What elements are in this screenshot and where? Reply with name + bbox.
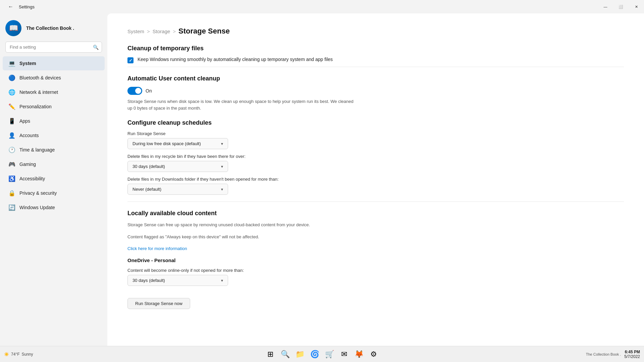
breadcrumb-system[interactable]: System (127, 28, 144, 34)
titlebar-controls: — ⬜ ✕ (598, 0, 644, 13)
taskbar-time: 6:45 PM (624, 350, 640, 354)
titlebar: ← Settings — ⬜ ✕ (0, 0, 644, 13)
onedrive-title: OneDrive - Personal (127, 257, 624, 263)
sidebar: 📖 The Collection Book . 🔍 💻 System 🔵 Blu… (0, 13, 107, 346)
cleanup-checkbox-label: Keep Windows running smoothly by automat… (138, 57, 333, 62)
section4-title: Locally available cloud content (127, 210, 624, 217)
nav-label-time: Time & language (19, 147, 55, 153)
recycle-label: Delete files in my recycle bin if they h… (127, 154, 624, 159)
onedrive-label: Content will become online-only if not o… (127, 268, 624, 273)
close-button[interactable]: ✕ (629, 0, 644, 13)
edge-button[interactable]: 🌀 (308, 348, 321, 361)
store-button[interactable]: 🛒 (323, 348, 336, 361)
content-area: System > Storage > Storage Sense Cleanup… (107, 13, 644, 346)
sidebar-item-network[interactable]: 🌐 Network & internet (3, 85, 105, 99)
sidebar-item-update[interactable]: 🔄 Windows Update (3, 200, 105, 215)
titlebar-left: ← Settings (5, 2, 35, 11)
breadcrumb-storage[interactable]: Storage (153, 28, 170, 34)
sidebar-item-time[interactable]: 🕐 Time & language (3, 143, 105, 157)
settings-button[interactable]: ⚙ (367, 348, 380, 361)
divider2 (127, 201, 624, 202)
app-container: 📖 The Collection Book . 🔍 💻 System 🔵 Blu… (0, 13, 644, 346)
weather-temp: 74°F (11, 352, 19, 357)
nav-icon-personalization: ✏️ (8, 103, 15, 110)
nav-label-update: Windows Update (19, 205, 55, 210)
taskbar-date: 5/7/2022 (624, 354, 640, 359)
run-sense-arrow: ▾ (221, 141, 223, 146)
back-icon[interactable]: ← (5, 2, 16, 11)
search-button[interactable]: 🔍 (278, 348, 292, 361)
nav-icon-gaming: 🎮 (8, 161, 15, 168)
sidebar-item-accessibility[interactable]: ♿ Accessibility (3, 172, 105, 186)
file-explorer-button[interactable]: 📁 (293, 348, 307, 361)
sidebar-search[interactable]: 🔍 (5, 42, 102, 53)
sidebar-item-bluetooth[interactable]: 🔵 Bluetooth & devices (3, 71, 105, 85)
nav-label-system: System (19, 61, 36, 66)
run-sense-dropdown[interactable]: During low free disk space (default) ▾ (127, 138, 228, 149)
downloads-dropdown[interactable]: Never (default) ▾ (127, 184, 228, 195)
nav-label-bluetooth: Bluetooth & devices (19, 75, 61, 80)
nav-icon-system: 💻 (8, 60, 15, 67)
breadcrumb-sep2: > (173, 28, 176, 34)
downloads-value: Never (default) (132, 187, 161, 192)
breadcrumb-current: Storage Sense (178, 27, 230, 36)
weather-icon: ☀️ (4, 352, 9, 357)
breadcrumb-sep1: > (147, 28, 150, 34)
nav-icon-privacy: 🔒 (8, 189, 15, 197)
divider1 (127, 67, 624, 67)
nav-label-personalization: Personalization (19, 104, 52, 109)
sidebar-item-system[interactable]: 💻 System (3, 56, 105, 70)
cloud-link[interactable]: Click here for more information (127, 246, 187, 251)
nav-label-apps: Apps (19, 118, 30, 124)
search-input[interactable] (5, 42, 102, 53)
nav-label-privacy: Privacy & security (19, 190, 57, 196)
section1-title: Cleanup of temporary files (127, 45, 624, 52)
taskbar: ☀️ 74°F Sunny ⊞ 🔍 📁 🌀 🛒 ✉ 🦊 ⚙ The Collec… (0, 346, 644, 362)
run-sense-label: Run Storage Sense (127, 131, 624, 136)
run-storage-sense-button[interactable]: Run Storage Sense now (127, 298, 190, 309)
app-logo: 📖 (5, 20, 21, 36)
taskbar-right: The Collection Book . 6:45 PM 5/7/2022 (586, 350, 640, 359)
nav-icon-accessibility: ♿ (8, 175, 15, 182)
nav-label-accounts: Accounts (19, 133, 39, 138)
taskbar-clock: 6:45 PM 5/7/2022 (624, 350, 640, 359)
auto-cleanup-toggle[interactable] (127, 87, 142, 95)
search-icon: 🔍 (93, 45, 99, 50)
onedrive-arrow: ▾ (221, 278, 223, 283)
sidebar-item-personalization[interactable]: ✏️ Personalization (3, 100, 105, 114)
check-icon: ✓ (129, 58, 132, 63)
nav-icon-update: 🔄 (8, 204, 15, 211)
nav-icon-accounts: 👤 (8, 132, 15, 139)
onedrive-value: 30 days (default) (132, 278, 165, 283)
section3-title: Configure cleanup schedules (127, 119, 624, 126)
sidebar-header: 📖 The Collection Book . (0, 13, 107, 42)
tray-app-label: The Collection Book . (586, 352, 621, 356)
nav-label-network: Network & internet (19, 89, 58, 95)
section2-title: Automatic User content cleanup (127, 75, 624, 82)
sidebar-item-gaming[interactable]: 🎮 Gaming (3, 157, 105, 171)
nav-icon-bluetooth: 🔵 (8, 74, 15, 81)
sidebar-item-apps[interactable]: 📱 Apps (3, 114, 105, 128)
taskbar-center: ⊞ 🔍 📁 🌀 🛒 ✉ 🦊 ⚙ (264, 348, 380, 361)
titlebar-title: Settings (19, 4, 35, 9)
nav-icon-time: 🕐 (8, 146, 15, 154)
weather-widget: ☀️ 74°F Sunny (4, 352, 33, 357)
sidebar-item-privacy[interactable]: 🔒 Privacy & security (3, 186, 105, 200)
recycle-value: 30 days (default) (132, 164, 165, 169)
nav-label-accessibility: Accessibility (19, 176, 45, 181)
toggle-row: On (127, 87, 624, 95)
nav-icon-network: 🌐 (8, 88, 15, 96)
nav-items-container: 💻 System 🔵 Bluetooth & devices 🌐 Network… (0, 56, 107, 215)
nav-icon-apps: 📱 (8, 117, 15, 125)
cleanup-checkbox[interactable]: ✓ (127, 57, 133, 63)
downloads-label: Delete files in my Downloads folder if t… (127, 177, 624, 182)
minimize-button[interactable]: — (598, 0, 613, 13)
recycle-dropdown[interactable]: 30 days (default) ▾ (127, 161, 228, 172)
onedrive-dropdown[interactable]: 30 days (default) ▾ (127, 275, 228, 286)
start-button[interactable]: ⊞ (264, 348, 277, 361)
cloud-info1: Storage Sense can free up space by remov… (127, 222, 356, 228)
sidebar-item-accounts[interactable]: 👤 Accounts (3, 128, 105, 142)
browser2-button[interactable]: 🦊 (352, 348, 366, 361)
mail-button[interactable]: ✉ (337, 348, 351, 361)
maximize-button[interactable]: ⬜ (613, 0, 629, 13)
